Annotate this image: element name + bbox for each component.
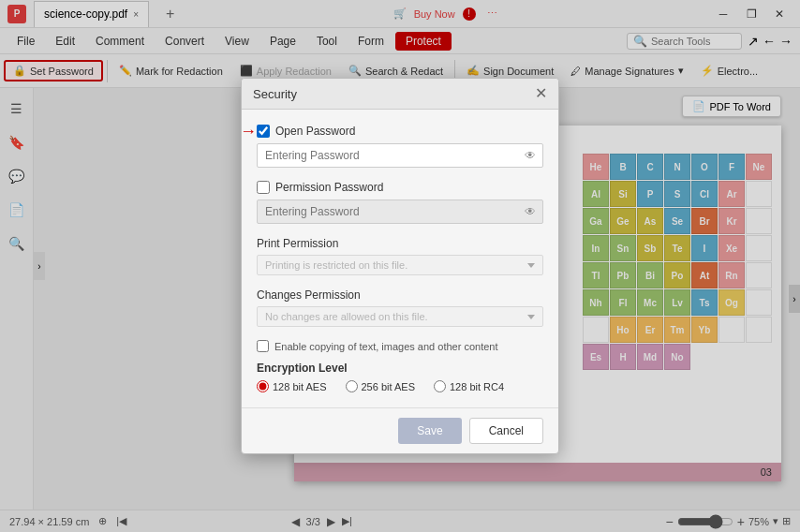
open-password-checkbox-row: Open Password → — [257, 125, 543, 138]
encryption-label: Encryption Level — [257, 362, 543, 375]
open-password-input[interactable] — [257, 143, 543, 168]
permission-password-group: Permission Password 👁 — [257, 181, 543, 224]
permission-password-input[interactable] — [257, 200, 543, 224]
print-permission-label: Print Permission — [257, 237, 543, 250]
permission-password-checkbox-row: Permission Password — [257, 181, 543, 194]
radio-256-aes: 256 bit AES — [346, 380, 416, 392]
security-dialog: Security ✕ Open Password → 👁 — [241, 78, 559, 454]
radio-128-aes-label[interactable]: 128 bit AES — [273, 381, 327, 392]
cancel-button[interactable]: Cancel — [469, 418, 543, 444]
permission-password-checkbox[interactable] — [257, 181, 270, 194]
radio-128-aes: 128 bit AES — [257, 380, 327, 392]
radio-256-aes-label[interactable]: 256 bit AES — [362, 381, 416, 392]
print-permission-select[interactable]: Printing is restricted on this file. — [257, 255, 543, 275]
show-password-icon[interactable]: 👁 — [525, 149, 536, 162]
changes-permission-group: Changes Permission No changes are allowe… — [257, 288, 543, 327]
encryption-section: Encryption Level 128 bit AES 256 bit AES… — [257, 362, 543, 392]
save-button[interactable]: Save — [398, 418, 461, 444]
dialog-body: Open Password → 👁 Permission Password � — [242, 110, 558, 407]
open-password-checkbox[interactable] — [257, 125, 270, 138]
changes-permission-select[interactable]: No changes are allowed on this file. — [257, 306, 543, 327]
permission-password-input-wrap: 👁 — [257, 200, 543, 224]
dialog-footer: Save Cancel — [242, 407, 558, 453]
show-permission-password-icon[interactable]: 👁 — [525, 205, 536, 218]
dialog-close-button[interactable]: ✕ — [535, 86, 547, 101]
radio-128-rc4-input[interactable] — [434, 380, 446, 392]
radio-256-aes-input[interactable] — [346, 380, 358, 392]
radio-128-rc4-label[interactable]: 128 bit RC4 — [450, 381, 504, 392]
dialog-title: Security — [253, 87, 297, 101]
open-password-group: Open Password → 👁 — [257, 125, 543, 168]
copy-content-checkbox[interactable] — [257, 340, 269, 352]
radio-128-aes-input[interactable] — [257, 380, 269, 392]
permission-password-label[interactable]: Permission Password — [275, 181, 383, 194]
modal-overlay: Security ✕ Open Password → 👁 — [0, 0, 800, 532]
open-password-input-wrap: 👁 — [257, 143, 543, 168]
copy-content-label[interactable]: Enable copying of text, images and other… — [274, 341, 498, 352]
open-password-label[interactable]: Open Password — [275, 125, 355, 138]
changes-permission-label: Changes Permission — [257, 288, 543, 302]
dialog-titlebar: Security ✕ — [242, 79, 558, 110]
red-arrow-indicator: → — [240, 122, 257, 141]
print-permission-group: Print Permission Printing is restricted … — [257, 237, 543, 275]
encryption-radio-group: 128 bit AES 256 bit AES 128 bit RC4 — [257, 380, 543, 392]
radio-128-rc4: 128 bit RC4 — [434, 380, 504, 392]
copy-content-group: Enable copying of text, images and other… — [257, 340, 543, 352]
